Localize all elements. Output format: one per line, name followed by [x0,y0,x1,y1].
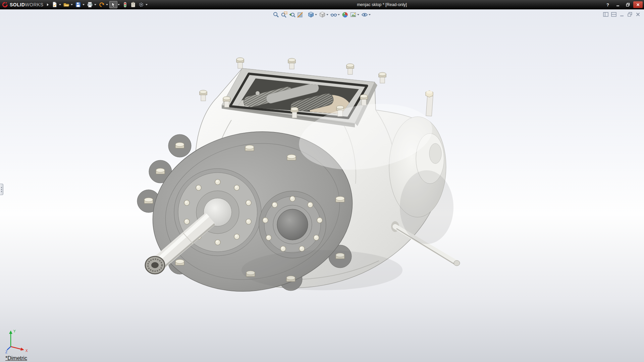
view-settings-eye-icon [361,11,368,18]
split-pane-button[interactable] [610,11,617,18]
restore-button[interactable] [623,1,633,8]
close-icon [636,3,640,7]
graphics-viewport[interactable]: Y X Z *Dimetric [0,9,644,362]
doc-restore-button[interactable] [627,11,633,18]
feature-pane-icon [603,11,609,17]
new-document-icon [52,2,58,8]
edit-appearance-button[interactable] [341,11,349,19]
file-properties-icon [130,2,136,8]
hide-show-glasses-icon [330,11,337,18]
file-properties-button[interactable] [129,1,137,8]
options-gear-icon [138,2,144,8]
doc-restore-icon [627,11,633,17]
display-style-dropdown-icon[interactable] [326,14,328,15]
triad-z-label: Z [5,350,7,354]
open-folder-icon [63,2,69,8]
apply-scene-dropdown-icon[interactable] [357,14,359,15]
view-orientation-label: *Dimetric [5,355,27,361]
save-dropdown-icon[interactable] [83,4,85,5]
zoom-to-area-icon [281,11,287,18]
zoom-to-fit-button[interactable] [272,11,280,19]
close-button[interactable] [633,1,643,8]
bearing-cover-secondary [259,191,326,258]
gearbox-model[interactable] [0,9,644,362]
reference-triad: Y X Z [5,328,32,354]
window-buttons: ? [602,1,644,8]
doc-minimize-button[interactable] [619,11,625,18]
view-orientation-cube-icon [308,11,314,18]
titlebar: SOLIDWORKS [0,0,644,9]
document-window-controls [602,11,641,18]
undo-dropdown-icon[interactable] [106,4,108,5]
doc-minimize-icon [619,11,625,17]
select-cursor-icon [110,2,116,8]
hide-show-dropdown-icon[interactable] [338,14,340,15]
new-document-dropdown-icon[interactable] [59,4,61,5]
options-button[interactable] [137,1,145,8]
print-icon [87,2,93,8]
triad-y-label: Y [13,329,16,333]
menu-expand-arrow-icon[interactable] [47,3,49,6]
doc-close-button[interactable] [635,11,641,18]
view-orientation-dropdown-icon[interactable] [315,14,317,15]
display-style-button[interactable] [318,11,326,19]
select-button[interactable] [109,1,117,8]
minimize-button[interactable] [613,1,623,8]
previous-view-icon [289,11,296,18]
apply-scene-button[interactable] [349,11,357,19]
apply-scene-icon [350,11,357,18]
view-orientation-button[interactable] [307,11,315,19]
new-document-button[interactable] [51,1,59,8]
edit-appearance-ball-icon [342,11,348,18]
undo-button[interactable] [98,1,106,8]
solidworks-logo-icon [2,2,8,8]
print-dropdown-icon[interactable] [94,4,96,5]
select-dropdown-icon[interactable] [118,4,120,5]
triad-x-arrow [20,348,24,351]
feature-pane-button[interactable] [602,11,609,18]
panel-splitter-handle[interactable] [0,184,3,195]
app-logo: SOLIDWORKS [0,2,46,8]
triad-z-arrow [7,347,11,350]
previous-view-button[interactable] [288,11,296,19]
open-dropdown-icon[interactable] [71,4,73,5]
restore-icon [626,3,630,7]
hide-show-items-button[interactable] [330,11,338,19]
rebuild-stoplight-icon [122,2,128,8]
save-button[interactable] [74,1,82,8]
zoom-to-area-button[interactable] [280,11,288,19]
section-view-button[interactable] [296,11,304,19]
rebuild-button[interactable] [121,1,129,8]
save-icon [75,2,81,8]
section-view-icon [297,11,304,18]
doc-close-icon [635,11,641,17]
options-dropdown-icon[interactable] [146,4,148,5]
triad-x-label: X [25,349,28,353]
zoom-to-fit-icon [273,11,279,18]
view-settings-dropdown-icon[interactable] [369,14,371,15]
brand-name: SOLIDWORKS [10,2,44,7]
window-title: menjac sklop * [Read-only] [357,2,407,7]
rear-stub-shaft [426,90,433,116]
display-style-cube-icon [319,11,326,18]
heads-up-toolbar [272,11,372,19]
undo-icon [99,2,105,8]
minimize-icon [616,3,620,7]
view-settings-button[interactable] [361,11,369,19]
help-button[interactable]: ? [603,1,612,8]
brand-solid: SOLID [10,2,25,7]
print-button[interactable] [86,1,94,8]
open-button[interactable] [62,1,70,8]
brand-works: WORKS [25,2,43,7]
split-pane-icon [611,11,617,17]
triad-y-arrow [9,330,12,334]
